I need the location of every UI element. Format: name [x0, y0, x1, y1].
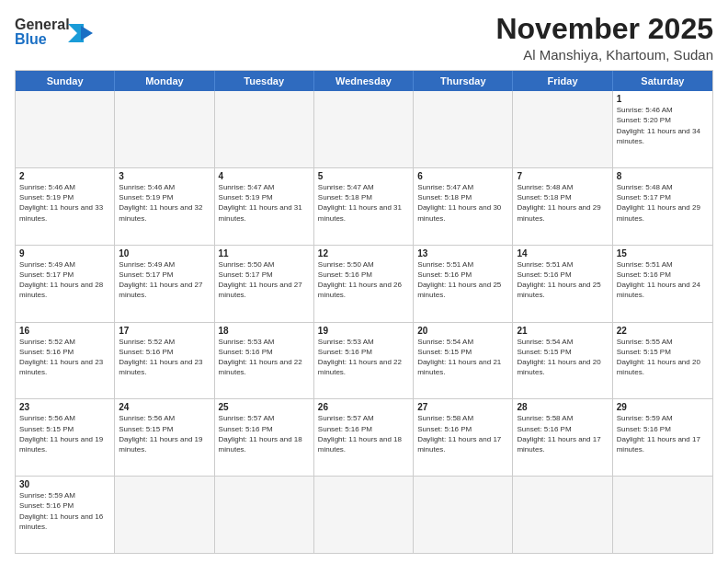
day-cell: 13Sunrise: 5:51 AMSunset: 5:16 PMDayligh… [414, 246, 513, 322]
title-area: November 2025 Al Manshiya, Khartoum, Sud… [125, 13, 713, 63]
day-info: Sunrise: 5:56 AMSunset: 5:15 PMDaylight:… [19, 413, 110, 454]
day-info: Sunrise: 5:57 AMSunset: 5:16 PMDaylight:… [318, 413, 409, 454]
day-cell: 1Sunrise: 5:46 AMSunset: 5:20 PMDaylight… [613, 91, 712, 167]
day-cell: 20Sunrise: 5:54 AMSunset: 5:15 PMDayligh… [414, 323, 513, 399]
day-info: Sunrise: 5:50 AMSunset: 5:16 PMDaylight:… [318, 259, 409, 301]
day-cell: 30Sunrise: 5:59 AMSunset: 5:16 PMDayligh… [16, 477, 115, 553]
day-info: Sunrise: 5:46 AMSunset: 5:20 PMDaylight:… [617, 105, 709, 146]
week-row-3: 16Sunrise: 5:52 AMSunset: 5:16 PMDayligh… [16, 322, 712, 399]
day-info: Sunrise: 5:58 AMSunset: 5:16 PMDaylight:… [417, 413, 508, 454]
day-info: Sunrise: 5:57 AMSunset: 5:16 PMDaylight:… [219, 413, 310, 454]
day-info: Sunrise: 5:49 AMSunset: 5:17 PMDaylight:… [19, 259, 110, 301]
month-title: November 2025 [125, 13, 713, 45]
day-info: Sunrise: 5:49 AMSunset: 5:17 PMDaylight:… [119, 259, 210, 301]
day-info: Sunrise: 5:55 AMSunset: 5:15 PMDaylight:… [617, 337, 709, 378]
day-info: Sunrise: 5:58 AMSunset: 5:16 PMDaylight:… [517, 413, 608, 454]
day-info: Sunrise: 5:46 AMSunset: 5:19 PMDaylight:… [119, 182, 210, 224]
day-info: Sunrise: 5:47 AMSunset: 5:19 PMDaylight:… [219, 182, 310, 224]
day-number: 26 [318, 402, 409, 412]
day-cell [16, 91, 115, 167]
day-header-friday: Friday [513, 71, 612, 91]
day-number: 2 [19, 171, 110, 181]
day-number: 18 [219, 326, 310, 336]
day-cell: 7Sunrise: 5:48 AMSunset: 5:18 PMDaylight… [513, 168, 612, 245]
day-header-thursday: Thursday [414, 71, 513, 91]
day-cell [513, 91, 612, 167]
day-header-saturday: Saturday [613, 71, 712, 91]
day-info: Sunrise: 5:46 AMSunset: 5:19 PMDaylight:… [19, 182, 110, 224]
day-info: Sunrise: 5:48 AMSunset: 5:18 PMDaylight:… [517, 182, 608, 224]
day-cell [314, 91, 414, 167]
logo-svg: General Blue [15, 13, 116, 52]
day-cell [414, 477, 513, 553]
day-number: 19 [318, 326, 409, 336]
day-cell: 25Sunrise: 5:57 AMSunset: 5:16 PMDayligh… [215, 399, 314, 476]
day-info: Sunrise: 5:56 AMSunset: 5:15 PMDaylight:… [119, 413, 210, 454]
day-number: 29 [617, 402, 709, 412]
svg-text:General: General [15, 17, 70, 32]
day-info: Sunrise: 5:47 AMSunset: 5:18 PMDaylight:… [417, 182, 508, 224]
day-cell: 18Sunrise: 5:53 AMSunset: 5:16 PMDayligh… [215, 323, 314, 399]
day-cell: 2Sunrise: 5:46 AMSunset: 5:19 PMDaylight… [16, 168, 115, 245]
day-cell: 24Sunrise: 5:56 AMSunset: 5:15 PMDayligh… [115, 399, 214, 476]
calendar: SundayMondayTuesdayWednesdayThursdayFrid… [15, 70, 713, 554]
day-cell [115, 91, 214, 167]
svg-text:Blue: Blue [15, 31, 47, 47]
day-number: 28 [517, 402, 608, 412]
day-info: Sunrise: 5:51 AMSunset: 5:16 PMDaylight:… [417, 259, 508, 301]
day-number: 21 [517, 326, 608, 336]
day-cell: 11Sunrise: 5:50 AMSunset: 5:17 PMDayligh… [215, 246, 314, 322]
svg-marker-3 [81, 26, 93, 40]
day-cell [613, 477, 712, 553]
day-cell: 8Sunrise: 5:48 AMSunset: 5:17 PMDaylight… [613, 168, 712, 245]
day-info: Sunrise: 5:47 AMSunset: 5:18 PMDaylight:… [318, 182, 409, 224]
day-header-wednesday: Wednesday [314, 71, 414, 91]
day-cell: 19Sunrise: 5:53 AMSunset: 5:16 PMDayligh… [314, 323, 414, 399]
day-cell [513, 477, 612, 553]
day-cell: 21Sunrise: 5:54 AMSunset: 5:15 PMDayligh… [513, 323, 612, 399]
day-info: Sunrise: 5:48 AMSunset: 5:17 PMDaylight:… [617, 182, 709, 224]
week-row-2: 9Sunrise: 5:49 AMSunset: 5:17 PMDaylight… [16, 245, 712, 322]
day-header-tuesday: Tuesday [215, 71, 314, 91]
day-number: 11 [219, 248, 310, 259]
day-info: Sunrise: 5:59 AMSunset: 5:16 PMDaylight:… [617, 413, 709, 454]
day-info: Sunrise: 5:59 AMSunset: 5:16 PMDaylight:… [19, 490, 110, 532]
day-number: 24 [119, 402, 210, 412]
day-cell: 28Sunrise: 5:58 AMSunset: 5:16 PMDayligh… [513, 399, 612, 476]
day-cell: 23Sunrise: 5:56 AMSunset: 5:15 PMDayligh… [16, 399, 115, 476]
day-header-monday: Monday [115, 71, 214, 91]
week-row-4: 23Sunrise: 5:56 AMSunset: 5:15 PMDayligh… [16, 398, 712, 476]
day-cell: 15Sunrise: 5:51 AMSunset: 5:16 PMDayligh… [613, 246, 712, 322]
header: General Blue November 2025 Al Manshiya, … [15, 13, 713, 63]
day-number: 27 [417, 402, 508, 412]
day-cell: 14Sunrise: 5:51 AMSunset: 5:16 PMDayligh… [513, 246, 612, 322]
day-number: 3 [119, 171, 210, 181]
day-number: 30 [19, 479, 110, 489]
day-cell: 27Sunrise: 5:58 AMSunset: 5:16 PMDayligh… [414, 399, 513, 476]
day-header-sunday: Sunday [16, 71, 115, 91]
day-cell [215, 477, 314, 553]
day-number: 23 [19, 402, 110, 412]
day-cell: 5Sunrise: 5:47 AMSunset: 5:18 PMDaylight… [314, 168, 414, 245]
day-number: 12 [318, 248, 409, 259]
day-info: Sunrise: 5:52 AMSunset: 5:16 PMDaylight:… [19, 337, 110, 378]
day-cell: 26Sunrise: 5:57 AMSunset: 5:16 PMDayligh… [314, 399, 414, 476]
day-info: Sunrise: 5:54 AMSunset: 5:15 PMDaylight:… [517, 337, 608, 378]
day-headers: SundayMondayTuesdayWednesdayThursdayFrid… [16, 71, 712, 91]
day-number: 4 [219, 171, 310, 181]
day-number: 14 [517, 248, 608, 259]
day-info: Sunrise: 5:50 AMSunset: 5:17 PMDaylight:… [219, 259, 310, 301]
week-row-0: 1Sunrise: 5:46 AMSunset: 5:20 PMDaylight… [16, 91, 712, 167]
day-number: 9 [19, 248, 110, 259]
day-cell: 22Sunrise: 5:55 AMSunset: 5:15 PMDayligh… [613, 323, 712, 399]
day-number: 5 [318, 171, 409, 181]
week-row-1: 2Sunrise: 5:46 AMSunset: 5:19 PMDaylight… [16, 167, 712, 245]
day-number: 13 [417, 248, 508, 259]
logo-area: General Blue [15, 13, 125, 52]
day-number: 20 [417, 326, 508, 336]
day-number: 16 [19, 326, 110, 336]
day-cell [215, 91, 314, 167]
day-number: 15 [617, 248, 709, 259]
day-cell [115, 477, 214, 553]
day-info: Sunrise: 5:54 AMSunset: 5:15 PMDaylight:… [417, 337, 508, 378]
